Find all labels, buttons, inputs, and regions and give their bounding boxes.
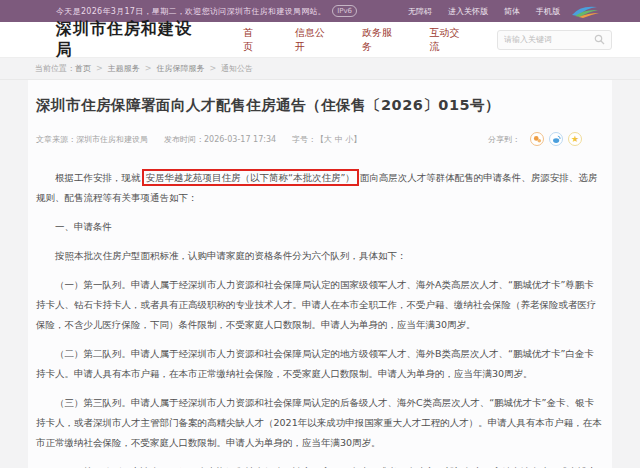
breadcrumb-item-home[interactable]: 首页: [75, 63, 91, 74]
ipv6-badge: IPv6: [332, 5, 357, 17]
fontsize-bracket: 【: [316, 135, 324, 144]
breadcrumb-item-theme-services[interactable]: 主题服务: [108, 63, 140, 74]
mobile-version-link[interactable]: 手机版: [536, 6, 560, 17]
welcome-text: 今天是2026年3月17日，星期二，欢迎您访问深圳市住房和建设局网站。: [56, 6, 326, 17]
article-paragraph: （三）第三队列。申请人属于经深圳市人力资源和社会保障局认定的后备级人才、海外C类…: [36, 393, 602, 453]
article-paragraph: 根据工作安排，现就安居华越龙苑项目住房（以下简称“本批次住房”）面向高层次人才等…: [36, 168, 602, 208]
article-source: 文章来源：深圳市住房和建设局: [36, 134, 148, 145]
fontsize-large-button[interactable]: 大: [324, 135, 332, 144]
breadcrumb-separator: >: [96, 64, 103, 73]
nav-item-interaction[interactable]: 互动交流: [430, 26, 461, 54]
share-bar: 分享到： ★: [488, 132, 582, 146]
breadcrumb-label: 当前位置：: [35, 63, 75, 74]
care-version-link[interactable]: 进入关怀版: [448, 6, 488, 17]
article-paragraph: 按照本批次住房户型面积标准，认购申请家庭的资格条件分为六个队列，具体如下：: [36, 246, 602, 266]
fontsize-label: 字号：: [292, 135, 316, 144]
article-meta: 文章来源：深圳市住房和建设局 发布时间：2026-03-17 17:34 字号：…: [36, 132, 604, 146]
breadcrumb-separator: >: [145, 64, 152, 73]
fontsize-control: 字号：【大 中 小】: [292, 134, 361, 145]
shenzhen-gov-logo[interactable]: [570, 3, 600, 19]
article-paragraph: （一）第一队列。申请人属于经深圳市人力资源和社会保障局认定的国家级领军人才、海外…: [36, 275, 602, 335]
share-label: 分享到：: [488, 134, 520, 145]
nav-item-info-disclosure[interactable]: 信息公开: [295, 26, 326, 54]
simplified-chinese-link[interactable]: 简体: [504, 6, 520, 17]
breadcrumb-separator: >: [209, 64, 216, 73]
site-header: 深圳市住房和建设局 首页 信息公开 政务服务 互动交流: [0, 22, 640, 58]
nav-item-gov-services[interactable]: 政务服务: [362, 26, 393, 54]
nav-item-home[interactable]: 首页: [243, 26, 259, 54]
favorite-star-icon[interactable]: ★: [568, 132, 582, 146]
paragraph-text: 根据工作安排，现就: [55, 172, 141, 183]
source-value: 深圳市住房和建设局: [76, 135, 148, 144]
section-heading: 一、申请条件: [36, 217, 602, 237]
fontsize-small-button[interactable]: 小: [345, 135, 353, 144]
weibo-share-icon[interactable]: [549, 132, 563, 146]
accessibility-link[interactable]: 无障碍: [408, 6, 432, 17]
article-card: 深圳市住房保障署面向人才配售住房通告（住保售〔2026〕015号） 文章来源：深…: [28, 80, 612, 468]
breadcrumb-item-housing-security[interactable]: 住房保障服务: [156, 63, 204, 74]
article-body: 根据工作安排，现就安居华越龙苑项目住房（以下简称“本批次住房”）面向高层次人才等…: [36, 168, 604, 468]
wechat-share-icon[interactable]: [530, 132, 544, 146]
fontsize-medium-button[interactable]: 中: [335, 135, 343, 144]
site-search[interactable]: [497, 30, 612, 50]
time-value: 2026-03-17 17:34: [204, 135, 276, 144]
time-label: 发布时间：: [164, 135, 204, 144]
search-icon[interactable]: [594, 34, 605, 45]
main-nav: 首页 信息公开 政务服务 互动交流: [243, 26, 497, 54]
source-label: 文章来源：: [36, 135, 76, 144]
search-input[interactable]: [504, 35, 594, 44]
breadcrumb: 当前位置： 首页 > 主题服务 > 住房保障服务 > 通知公告: [0, 58, 640, 80]
highlighted-project-text: 安居华越龙苑项目住房（以下简称“本批次住房”）: [142, 169, 359, 186]
site-title: 深圳市住房和建设局: [56, 19, 193, 61]
fontsize-bracket: 】: [353, 135, 361, 144]
article-paragraph: （四）第四队列。申请人属于经区人力资源和社会保障局认定的高层次人才，或者区人才主…: [36, 462, 602, 468]
article-paragraph: （二）第二队列。申请人属于经深圳市人力资源和社会保障局认定的地方级领军人才、海外…: [36, 344, 602, 384]
page-title: 深圳市住房保障署面向人才配售住房通告（住保售〔2026〕015号）: [36, 96, 604, 115]
article-publish-time: 发布时间：2026-03-17 17:34: [164, 134, 276, 145]
breadcrumb-item-notices: 通知公告: [221, 63, 253, 74]
